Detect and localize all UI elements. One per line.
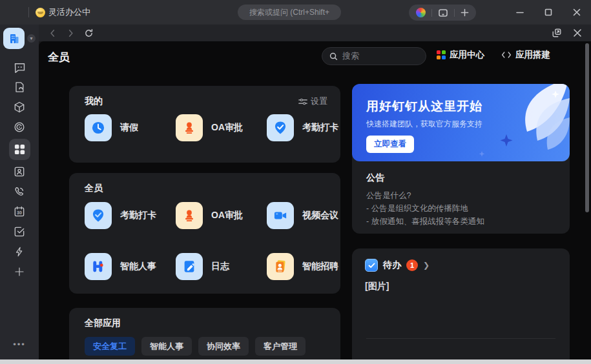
banner-cta-button[interactable]: 立即查看: [366, 136, 414, 153]
sidebar-nav: 30: [8, 59, 30, 280]
app-label: OA审批: [211, 210, 243, 221]
chevron-right-icon[interactable]: ❯: [423, 261, 430, 270]
sidebar-item-flash[interactable]: [8, 243, 30, 260]
close-tab-icon[interactable]: [573, 28, 582, 37]
forward-icon[interactable]: [66, 28, 76, 38]
code-brackets-icon: [501, 50, 512, 59]
everyone-apps-row-2: 智能人事 日志: [85, 253, 358, 280]
titlebar-tools: [409, 5, 476, 21]
sidebar-item-apps-cube[interactable]: [8, 99, 30, 116]
sidebar-item-phone[interactable]: [8, 183, 30, 200]
app-label: 考勤打卡: [302, 122, 338, 134]
app-center-label: 应用中心: [450, 49, 484, 61]
pill-separator: [431, 9, 432, 17]
app-build-button[interactable]: 应用搭建: [501, 49, 550, 61]
banner-title: 用好钉钉从这里开始: [366, 98, 482, 115]
contact-card-icon: [13, 165, 26, 178]
app-build-label: 应用搭建: [515, 49, 550, 61]
tab-collaboration[interactable]: 协同效率: [198, 337, 249, 356]
open-in-window-icon[interactable]: [552, 28, 562, 38]
cube-icon: [13, 101, 26, 114]
chevron-down-icon[interactable]: ▼: [27, 34, 36, 43]
search-icon: [329, 52, 338, 61]
tab-nav-bar: [39, 25, 591, 41]
announcement-card: 用好钉钉从这里开始 快速搭建团队，获取官方服务支持 立即查看 公告 公告是什么?…: [352, 84, 570, 234]
status-emoji-icon: [36, 8, 45, 17]
sidebar-item-docs[interactable]: [8, 79, 30, 96]
sidebar-item-assistant[interactable]: [8, 119, 30, 136]
my-apps-card: 我的 设置 请假: [69, 86, 340, 163]
app-journal[interactable]: 日志: [176, 253, 267, 280]
my-apps-row: 请假 OA审批: [85, 114, 358, 141]
close-button[interactable]: [563, 0, 591, 25]
maximize-button[interactable]: [534, 0, 563, 25]
everyone-section-title: 全员: [85, 183, 103, 194]
journal-pencil-icon: [176, 253, 203, 280]
chat-bubble-icon: [13, 61, 26, 74]
app-attendance[interactable]: 考勤打卡: [267, 114, 358, 141]
todo-item-preview[interactable]: [图片]: [365, 281, 389, 292]
calendar-day-label: 30: [17, 210, 22, 215]
sidebar-item-workbench[interactable]: [9, 139, 30, 160]
promo-banner[interactable]: 用好钉钉从这里开始 快速搭建团队，获取官方服务支持 立即查看: [352, 84, 570, 161]
desktop-edge-strip: [0, 359, 591, 364]
sidebar-item-todo[interactable]: [8, 223, 30, 240]
todo-header[interactable]: 待办 1 ❯: [365, 259, 430, 272]
status-text: 灵活办公中: [48, 6, 90, 18]
screen-share-icon[interactable]: [438, 8, 448, 18]
minimize-button[interactable]: [506, 0, 534, 25]
sidebar-item-contacts[interactable]: [8, 163, 30, 180]
app-center-button[interactable]: 应用中心: [437, 49, 484, 61]
announcement-title: 公告: [366, 172, 384, 184]
plus-icon: [14, 266, 25, 278]
workbench-page: 全员 搜索 应用中心 应用搭建 我的: [39, 41, 591, 359]
attendance-check-icon: [85, 202, 112, 229]
announcement-line: 公告是什么?: [366, 189, 484, 202]
clock-icon: [85, 114, 112, 141]
app-smart-recruiting[interactable]: 智能招聘: [267, 253, 358, 280]
org-avatar[interactable]: [3, 28, 25, 49]
building-icon: [8, 32, 21, 45]
app-attendance[interactable]: 考勤打卡: [85, 202, 176, 229]
all-apps-title: 全部应用: [85, 318, 121, 329]
sidebar-item-calendar[interactable]: 30: [8, 203, 30, 220]
page-title: 全员: [48, 50, 70, 65]
settings-button[interactable]: 设置: [298, 96, 327, 107]
global-search-input[interactable]: 搜索或提问 (Ctrl+Shift+: [238, 5, 341, 20]
vertical-scrollbar[interactable]: [585, 43, 589, 212]
banner-subtitle: 快速搭建团队，获取官方服务支持: [366, 119, 482, 130]
app-smart-hr[interactable]: 智能人事: [85, 253, 176, 280]
app-label: 视频会议: [302, 210, 338, 221]
refresh-icon[interactable]: [84, 28, 94, 38]
stamp-icon: [176, 202, 203, 229]
app-label: 考勤打卡: [120, 210, 156, 221]
ai-assistant-icon[interactable]: [416, 8, 426, 17]
all-apps-tabs: 安全复工 智能人事 协同效率 客户管理: [85, 337, 306, 356]
tab-smart-hr[interactable]: 智能人事: [141, 337, 192, 356]
workspace-switcher[interactable]: ▼: [1, 28, 37, 49]
tab-safe-return[interactable]: 安全复工: [85, 337, 135, 356]
sidebar-more-button[interactable]: •••: [0, 339, 39, 349]
app-leave[interactable]: 请假: [85, 114, 176, 141]
everyone-apps-row-1: 考勤打卡 OA审批: [85, 202, 358, 229]
workbench-search-input[interactable]: 搜索: [322, 47, 426, 65]
sidebar-item-messages[interactable]: [8, 59, 30, 76]
sidebar-item-add[interactable]: [8, 263, 30, 280]
everyone-apps-card: 全员 考勤打卡: [69, 173, 340, 294]
video-camera-icon: [267, 202, 294, 229]
resume-icon: [267, 253, 294, 280]
app-video-meeting[interactable]: 视频会议: [267, 202, 358, 229]
tab-customer-mgmt[interactable]: 客户管理: [255, 337, 306, 356]
new-tab-plus-icon[interactable]: [461, 8, 469, 17]
window-controls: [506, 0, 591, 25]
user-status[interactable]: 灵活办公中: [36, 0, 90, 25]
app-oa-approval[interactable]: OA审批: [176, 202, 267, 229]
banner-swoosh-decoration: [473, 84, 570, 161]
back-icon[interactable]: [48, 28, 57, 38]
todo-count-badge: 1: [406, 259, 418, 271]
title-bar: 灵活办公中 搜索或提问 (Ctrl+Shift+: [0, 0, 591, 25]
my-section-title: 我的: [85, 96, 103, 107]
compass-icon: [13, 121, 26, 134]
app-oa-approval[interactable]: OA审批: [176, 114, 267, 141]
phone-icon: [13, 185, 26, 198]
